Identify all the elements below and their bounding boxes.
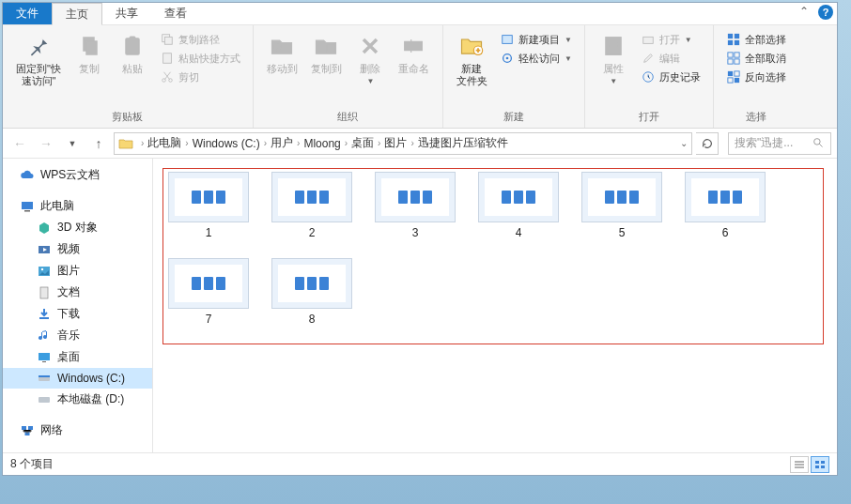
sidebar-item-network[interactable]: 网络 xyxy=(3,420,152,441)
svg-rect-48 xyxy=(815,466,819,468)
pasteshortcut-icon xyxy=(160,51,175,66)
svg-rect-3 xyxy=(130,37,135,40)
sidebar-item-pictures[interactable]: 图片 xyxy=(3,260,152,282)
sidebar-item-downloads[interactable]: 下载 xyxy=(3,303,152,325)
file-item[interactable]: 6 xyxy=(685,172,766,239)
paste-icon xyxy=(117,31,147,61)
music-icon xyxy=(37,328,52,344)
thumbnail-icon xyxy=(581,172,662,222)
file-item[interactable]: 1 xyxy=(168,172,249,239)
group-new-label: 新建 xyxy=(453,108,575,126)
group-clipboard-label: 剪贴板 xyxy=(12,108,243,126)
tab-home[interactable]: 主页 xyxy=(52,3,102,25)
folder-icon xyxy=(118,136,133,151)
history-button[interactable]: 历史记录 xyxy=(638,69,704,85)
svg-point-35 xyxy=(41,267,43,269)
sidebar-item-videos[interactable]: 视频 xyxy=(3,238,152,260)
breadcrumb[interactable]: › 此电脑› Windows (C:)› 用户› Mloong› 桌面› 图片›… xyxy=(114,132,692,155)
navigation-pane: WPS云文档 此电脑 3D 对象 视频 图片 文档 下载 音乐 桌面 Windo… xyxy=(3,159,153,452)
selectall-icon xyxy=(726,32,741,47)
pc-icon xyxy=(20,199,35,214)
cloud-icon xyxy=(20,168,35,183)
search-input[interactable]: 搜索"迅捷... xyxy=(728,132,831,155)
3d-icon xyxy=(37,221,52,236)
file-item[interactable]: 5 xyxy=(581,172,662,239)
recent-locations-button[interactable]: ▼ xyxy=(61,132,84,155)
svg-rect-10 xyxy=(405,41,423,50)
edit-button[interactable]: 编辑 xyxy=(638,50,704,67)
copy-path-button[interactable]: 复制路径 xyxy=(157,31,243,48)
sidebar-item-drivec[interactable]: Windows (C:) xyxy=(3,368,152,389)
file-name: 6 xyxy=(722,226,729,239)
sidebar-item-thispc[interactable]: 此电脑 xyxy=(3,195,152,217)
properties-button[interactable]: 属性 ▼ xyxy=(595,29,632,87)
thumbnail-icon xyxy=(685,172,766,222)
copy-button[interactable]: 复制 xyxy=(70,29,108,77)
back-button[interactable]: ← xyxy=(8,132,31,155)
delete-button[interactable]: 删除 ▼ xyxy=(351,29,389,87)
pin-quickaccess-button[interactable]: 固定到"快速访问" xyxy=(12,29,65,89)
svg-rect-12 xyxy=(503,36,513,44)
moveto-button[interactable]: 移动到 xyxy=(263,29,302,77)
select-all-button[interactable]: 全部选择 xyxy=(723,31,789,48)
chevron-down-icon: ▼ xyxy=(685,36,692,44)
easy-access-button[interactable]: 轻松访问▼ xyxy=(497,50,575,67)
file-list[interactable]: 12345678 xyxy=(153,159,837,452)
copypath-icon xyxy=(160,32,175,47)
paste-shortcut-button[interactable]: 粘贴快捷方式 xyxy=(157,50,243,67)
chevron-down-icon: ▼ xyxy=(366,77,374,85)
view-thumbnails-button[interactable] xyxy=(811,456,829,473)
open-button[interactable]: 打开▼ xyxy=(638,31,704,48)
new-folder-button[interactable]: 新建文件夹 xyxy=(453,29,491,89)
tab-file[interactable]: 文件 xyxy=(3,3,52,24)
svg-rect-27 xyxy=(735,71,739,76)
file-item[interactable]: 4 xyxy=(478,172,559,239)
thumbnail-icon xyxy=(168,172,249,222)
svg-rect-16 xyxy=(643,37,654,43)
tab-view[interactable]: 查看 xyxy=(151,3,200,24)
history-icon xyxy=(641,69,656,84)
file-item[interactable]: 2 xyxy=(271,172,352,239)
cut-button[interactable]: 剪切 xyxy=(157,69,243,85)
tab-share[interactable]: 共享 xyxy=(102,3,151,24)
paste-button[interactable]: 粘贴 xyxy=(114,29,151,77)
file-item[interactable]: 3 xyxy=(375,172,456,239)
group-organize-label: 组织 xyxy=(263,108,433,126)
sidebar-item-wps[interactable]: WPS云文档 xyxy=(3,164,152,186)
svg-rect-25 xyxy=(735,59,739,64)
refresh-button[interactable] xyxy=(696,132,719,155)
sidebar-item-documents[interactable]: 文档 xyxy=(3,282,152,303)
up-button[interactable]: ↑ xyxy=(87,132,110,155)
copyto-icon xyxy=(311,31,341,61)
sidebar-item-3dobjects[interactable]: 3D 对象 xyxy=(3,217,152,238)
sidebar-item-desktop[interactable]: 桌面 xyxy=(3,346,152,368)
chevron-down-icon[interactable]: ⌄ xyxy=(680,138,688,148)
sidebar-item-drived[interactable]: 本地磁盘 (D:) xyxy=(3,389,152,410)
thumbnail-icon xyxy=(375,172,456,222)
newfolder-icon xyxy=(456,31,487,61)
copyto-button[interactable]: 复制到 xyxy=(307,29,346,77)
svg-rect-1 xyxy=(86,41,97,54)
new-item-button[interactable]: 新建项目▼ xyxy=(497,31,575,48)
pin-icon xyxy=(23,31,54,61)
copy-icon xyxy=(74,31,104,61)
select-none-button[interactable]: 全部取消 xyxy=(723,50,789,67)
svg-rect-2 xyxy=(126,38,139,54)
minimize-ribbon-icon[interactable]: ⌃ xyxy=(799,5,809,20)
invert-selection-button[interactable]: 反向选择 xyxy=(723,69,789,85)
svg-rect-21 xyxy=(735,40,739,45)
help-icon[interactable]: ? xyxy=(818,5,833,20)
rename-icon xyxy=(398,31,428,61)
svg-rect-38 xyxy=(39,353,50,360)
sidebar-item-music[interactable]: 音乐 xyxy=(3,325,152,346)
forward-button[interactable]: → xyxy=(35,132,57,155)
view-details-button[interactable] xyxy=(790,456,809,473)
svg-rect-46 xyxy=(815,461,819,464)
invert-icon xyxy=(726,69,741,84)
rename-button[interactable]: 重命名 xyxy=(395,29,433,77)
file-name: 1 xyxy=(206,226,212,239)
file-item[interactable]: 7 xyxy=(168,258,249,326)
file-item[interactable]: 8 xyxy=(271,258,352,326)
svg-rect-5 xyxy=(164,37,172,44)
svg-point-14 xyxy=(506,57,509,60)
